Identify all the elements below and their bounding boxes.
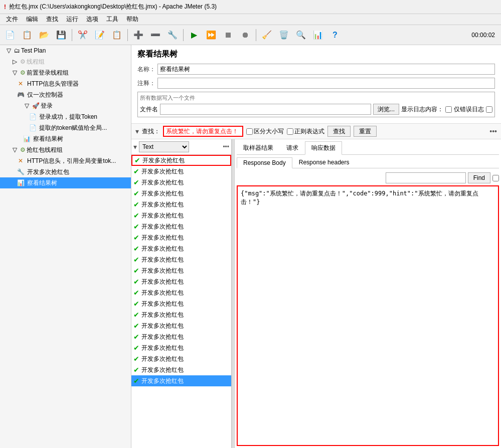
result-item[interactable]: ✔开发多次抢红包 — [131, 166, 231, 177]
name-input[interactable] — [157, 64, 495, 75]
sidebar-item-login-success[interactable]: 📄 登录成功，提取Token — [0, 111, 131, 122]
tab-sampler[interactable]: 取样器结果 — [237, 141, 280, 154]
search-label: 查找： — [142, 127, 160, 136]
file-row: 文件名 浏览... 显示日志内容： 仅错误日志 — [140, 104, 492, 115]
toolbar-template[interactable]: 📋 — [19, 27, 35, 43]
toolbar-expand[interactable]: ➕ — [130, 27, 146, 43]
result-item-label: 开发多次抢红包 — [141, 211, 184, 220]
menu-file[interactable]: 文件 — [2, 14, 22, 25]
regex-checkbox[interactable] — [287, 128, 293, 135]
result-item[interactable]: ✔开发多次抢红包 — [131, 199, 231, 210]
sidebar-item-http-header[interactable]: ✕ HTTP信息头管理器 — [0, 78, 131, 89]
type-select[interactable]: Text RegExp Tester CSS/JQuery XPath Test… — [139, 141, 189, 152]
result-item[interactable]: ✔开发多次抢红包 — [131, 177, 231, 188]
result-item[interactable]: ✔开发多次抢红包 — [131, 331, 231, 342]
result-item[interactable]: ✔开发多次抢红包 — [131, 276, 231, 287]
sidebar-item-test-plan[interactable]: ▽ 🗂 Test Plan — [0, 45, 131, 56]
result-item[interactable]: ✔开发多次抢红包 — [131, 342, 231, 353]
menu-options[interactable]: 选项 — [82, 14, 102, 25]
find-checkbox[interactable] — [492, 175, 499, 181]
result-item[interactable]: ✔开发多次抢红包 — [131, 298, 231, 309]
toolbar-save[interactable]: 💾 — [53, 27, 69, 43]
sidebar-item-view-result-1[interactable]: 📊 察看结果树 — [0, 133, 131, 144]
result-item[interactable]: ✔开发多次抢红包 — [131, 210, 231, 221]
search-expand-dots[interactable]: ▾ — [135, 127, 139, 135]
sidebar-item-http-header-2[interactable]: ✕ HTTP信息头，引用全局变量tok... — [0, 155, 131, 166]
log-content-checkbox[interactable] — [445, 106, 452, 113]
sampler-icon: 🔧 — [16, 168, 25, 175]
tab-request[interactable]: 请求 — [280, 141, 305, 154]
result-item-label: 开发多次抢红包 — [141, 300, 184, 308]
toolbar-copy[interactable]: 📝 — [92, 27, 108, 43]
file-section: 所有数据写入一个文件 文件名 浏览... 显示日志内容： 仅错误日志 — [137, 92, 495, 117]
tree-dots[interactable]: ••• — [223, 143, 229, 150]
green-shield-icon: ✔ — [133, 167, 139, 175]
green-shield-icon: ✔ — [133, 300, 139, 308]
result-item[interactable]: ✔开发多次抢红包 — [131, 309, 231, 320]
toolbar-stop[interactable]: ⏹ — [220, 27, 236, 43]
sidebar-item-thread-group-disabled[interactable]: ▷ ⚙ 线程组 — [0, 56, 131, 67]
detail-find-button[interactable]: Find — [468, 172, 490, 183]
result-item[interactable]: ✔开发多次抢红包 — [131, 320, 231, 331]
sidebar-item-login[interactable]: ▽ 🚀 登录 — [0, 100, 131, 111]
middle-panel: ▾ Text RegExp Tester CSS/JQuery XPath Te… — [131, 139, 501, 448]
only-error-checkbox[interactable] — [486, 106, 492, 113]
menu-help[interactable]: 帮助 — [122, 14, 142, 25]
tree-expand-dots[interactable]: ▾ — [133, 143, 137, 151]
tab-response[interactable]: 响应数据 — [305, 141, 342, 155]
toolbar-clear-all[interactable]: 🗑️ — [276, 27, 292, 43]
result-item[interactable]: ✔开发多次抢红包 — [131, 188, 231, 199]
filename-input[interactable] — [160, 104, 371, 115]
toolbar-start[interactable]: ▶ — [186, 27, 202, 43]
toolbar-help[interactable]: ? — [327, 27, 343, 43]
toolbar-collapse[interactable]: ➖ — [147, 27, 163, 43]
sidebar-item-send-hb[interactable]: 🔧 开发多次抢红包 — [0, 166, 131, 177]
menu-edit[interactable]: 编辑 — [22, 14, 42, 25]
response-body-text: {"msg":"系统繁忙，请勿重复点击！","code":999,"hint":… — [241, 190, 478, 205]
toolbar-report[interactable]: 📊 — [310, 27, 326, 43]
toolbar-toggle[interactable]: 🔧 — [164, 27, 181, 43]
toolbar-search[interactable]: 🔍 — [293, 27, 309, 43]
search-input[interactable] — [163, 126, 243, 137]
dropdown-row: ▾ Text RegExp Tester CSS/JQuery XPath Te… — [131, 139, 231, 155]
result-item[interactable]: ✔开发多次抢红包 — [131, 375, 231, 386]
result-item[interactable]: ✔开发多次抢红包 — [131, 353, 231, 364]
result-item[interactable]: ✔开发多次抢红包 — [131, 265, 231, 276]
toolbar-start-no-pause[interactable]: ⏩ — [203, 27, 219, 43]
content-area: 察看结果树 名称： 注释： 所有数据写入一个文件 文件名 浏览... 显示日志内… — [131, 45, 501, 448]
search-dots[interactable]: ••• — [489, 127, 497, 135]
log-content-checkbox-row: 仅错误日志 — [445, 105, 492, 114]
result-item[interactable]: ✔开发多次抢红包 — [131, 243, 231, 254]
result-item[interactable]: ✔开发多次抢红包 — [131, 254, 231, 265]
case-sensitive-checkbox[interactable] — [246, 128, 253, 135]
sub-tab-headers[interactable]: Response headers — [292, 157, 356, 168]
browse-button[interactable]: 浏览... — [373, 104, 399, 115]
menu-find[interactable]: 查找 — [42, 14, 62, 25]
comment-input[interactable] — [157, 78, 495, 89]
toolbar-open[interactable]: 📂 — [36, 27, 52, 43]
toolbar-cut[interactable]: ✂️ — [75, 27, 91, 43]
result-item[interactable]: ✔开发多次抢红包 — [131, 232, 231, 243]
sidebar-item-login-token[interactable]: 📄 提取的token赋值给全局... — [0, 122, 131, 133]
result-item[interactable]: ✔开发多次抢红包 — [131, 364, 231, 375]
toolbar-new[interactable]: 📄 — [2, 27, 18, 43]
menu-tools[interactable]: 工具 — [102, 14, 122, 25]
sidebar-item-login-thread[interactable]: ▽ ⚙ 前置登录线程组 — [0, 67, 131, 78]
find-button[interactable]: 查找 — [327, 126, 351, 137]
sidebar: ▽ 🗂 Test Plan ▷ ⚙ 线程组 ▽ ⚙ 前置登录线程组 ✕ HTTP… — [0, 45, 131, 448]
find-input[interactable] — [386, 172, 466, 183]
sub-tab-body[interactable]: Response Body — [237, 157, 292, 168]
result-item[interactable]: ✔开发多次抢红包 — [131, 155, 231, 166]
toolbar-shutdown[interactable]: ⏺ — [237, 27, 253, 43]
result-item-label: 开发多次抢红包 — [142, 156, 185, 165]
result-item[interactable]: ✔开发多次抢红包 — [131, 221, 231, 232]
sidebar-item-qhb-thread[interactable]: ▽ ⚙ 抢红包线程组 — [0, 144, 131, 155]
sidebar-item-view-result-2[interactable]: 📊 察看结果树 — [0, 177, 131, 188]
reset-button[interactable]: 重置 — [354, 126, 377, 137]
result-item[interactable]: ✔开发多次抢红包 — [131, 287, 231, 298]
toolbar-paste[interactable]: 📋 — [109, 27, 125, 43]
toolbar-broom[interactable]: 🧹 — [259, 27, 275, 43]
green-shield-icon: ✔ — [133, 278, 139, 286]
menu-run[interactable]: 运行 — [62, 14, 82, 25]
sidebar-item-once-controller[interactable]: 🎮 仅一次控制器 — [0, 89, 131, 100]
